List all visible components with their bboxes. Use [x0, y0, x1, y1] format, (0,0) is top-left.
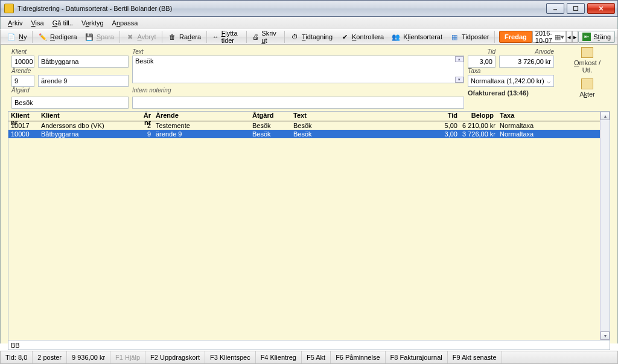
people-icon: 👥	[391, 32, 401, 42]
f9-akt-senaste[interactable]: F9 Akt senaste	[448, 351, 502, 363]
disk-icon: 💾	[84, 32, 94, 42]
arvode-input[interactable]: 3 726,00 kr	[499, 56, 554, 68]
label-arvode: Arvode	[499, 48, 554, 56]
taxa-select[interactable]: Normaltaxa (1,242.00 kr)⌵	[468, 75, 554, 87]
col-ar-nr[interactable]: Är nr	[134, 112, 153, 121]
col-tid[interactable]: Tid	[431, 112, 460, 121]
tid-input[interactable]: 3,00	[468, 56, 495, 68]
expense-icon	[581, 47, 593, 58]
atgard-input[interactable]: Besök	[11, 97, 129, 109]
label-klient: Klient	[11, 48, 129, 56]
client-sort-button[interactable]: 👥Klientsorterat	[387, 30, 446, 43]
check-button[interactable]: ✔Kontrollera	[336, 30, 387, 43]
col-arende[interactable]: Ärende	[153, 112, 250, 121]
minimize-button[interactable]	[546, 3, 564, 14]
exit-icon: ⇤	[582, 33, 591, 41]
close-button[interactable]	[587, 3, 615, 14]
arende-name-input[interactable]: ärende 9	[38, 75, 129, 87]
arende-nr-input[interactable]: 9	[11, 75, 34, 87]
toolbar: 📄Ny ✏️Redigera 💾Spara ✖Avbryt 🗑Radera ↔F…	[0, 29, 618, 45]
col-text[interactable]: Text	[291, 112, 431, 121]
pencil-icon: ✏️	[38, 32, 48, 42]
f3-klientspec[interactable]: F3 Klientspec	[205, 351, 256, 363]
stopwatch-icon: ⏱	[290, 32, 299, 42]
time-entries-grid[interactable]: Klient nr Klient Är nr Ärende Åtgärd Tex…	[8, 111, 610, 340]
klient-name-input[interactable]: Båtbyggarna	[38, 56, 129, 68]
intern-input[interactable]	[132, 97, 464, 109]
f1-help[interactable]: F1 Hjälp	[110, 351, 145, 363]
printer-icon: 🖨	[252, 32, 259, 42]
label-tid: Tid	[468, 48, 495, 56]
new-button[interactable]: 📄Ny	[3, 30, 30, 43]
cancel-button[interactable]: ✖Avbryt	[122, 30, 160, 43]
menu-arkiv[interactable]: Arkiv	[4, 18, 26, 28]
trash-icon: 🗑	[167, 32, 177, 42]
scroll-up-icon[interactable]: ▴	[600, 112, 610, 120]
status-tid: Tid: 8,0	[1, 351, 33, 363]
grid-header: Klient nr Klient Är nr Ärende Åtgärd Tex…	[8, 112, 610, 121]
text-down-icon[interactable]: ▾	[455, 77, 464, 83]
chevron-down-icon: ⌵	[547, 77, 551, 85]
date-next-button[interactable]: ▸	[572, 31, 578, 43]
label-atgard: Åtgärd	[11, 87, 129, 97]
menu-ga-till[interactable]: Gå till..	[49, 18, 77, 28]
f4-klientreg[interactable]: F4 Klientreg	[256, 351, 302, 363]
label-arende: Ärende	[11, 68, 129, 75]
col-belopp[interactable]: Belopp	[460, 112, 496, 121]
timer-button[interactable]: ⏱Tidtagning	[286, 30, 336, 43]
label-text: Text	[132, 48, 464, 56]
table-row[interactable]: ▸10000Båtbyggarna9ärende 9BesökBesök3,00…	[8, 130, 610, 138]
f8-fakturajournal[interactable]: F8 Fakturajournal	[386, 351, 448, 363]
f6-paminnelse[interactable]: F6 Påminnelse	[331, 351, 385, 363]
klient-nr-input[interactable]: 10000	[11, 56, 34, 68]
label-taxa: Taxa	[468, 68, 554, 75]
status-poster: 2 poster	[33, 351, 67, 363]
entry-form: Klient Text Tid Arvode 10000 Båtbyggarna…	[0, 45, 618, 111]
document-icon: 📄	[7, 32, 16, 42]
table-row[interactable]: 10017Anderssons dbo (VK)2TestementeBesök…	[8, 121, 610, 130]
col-atgard[interactable]: Åtgärd	[250, 112, 291, 121]
title-bar: Tidregistrering - Datumsorterat - Bertil…	[0, 0, 618, 17]
time-posts-button[interactable]: ▦Tidposter	[446, 30, 492, 43]
col-klient[interactable]: Klient	[39, 112, 134, 121]
close-panel-button[interactable]: ⇤Stäng	[578, 31, 615, 43]
col-taxa[interactable]: Taxa	[496, 112, 544, 121]
f2-uppdragskort[interactable]: F2 Uppdragskort	[145, 351, 205, 363]
calendar-dropdown-icon[interactable]: ▦▾	[555, 33, 563, 41]
form-side-buttons: Omkost / Utl. Akter	[569, 47, 606, 98]
day-badge: Fredag	[499, 31, 532, 43]
print-button[interactable]: 🖨Skriv ut	[248, 30, 282, 43]
window-title: Tidregistrering - Datumsorterat - Bertil…	[18, 5, 172, 12]
move-icon: ↔	[212, 32, 219, 42]
status-bar: Tid: 8,0 2 poster 9 936,00 kr F1 Hjälp F…	[0, 351, 618, 364]
maximize-button[interactable]	[567, 3, 585, 14]
col-klient-nr[interactable]: Klient nr	[8, 112, 39, 121]
app-icon	[4, 4, 14, 13]
edit-button[interactable]: ✏️Redigera	[34, 30, 81, 43]
delete-button[interactable]: 🗑Radera	[164, 30, 205, 43]
status-summa: 9 936,00 kr	[67, 351, 110, 363]
date-picker[interactable]: 2016-10-07▦▾	[532, 31, 566, 43]
scroll-down-icon[interactable]: ▾	[600, 331, 610, 340]
move-times-button[interactable]: ↔Flytta tider	[209, 30, 244, 43]
f5-akt[interactable]: F5 Akt	[302, 351, 331, 363]
label-intern: Intern notering	[132, 87, 464, 97]
text-up-icon[interactable]: ▴	[455, 56, 464, 62]
check-icon: ✔	[340, 32, 349, 42]
calendar-icon: ▦	[450, 32, 459, 42]
text-input[interactable]: Besök ▴ ▾	[132, 56, 464, 83]
folder-icon	[581, 78, 593, 89]
save-button[interactable]: 💾Spara	[81, 30, 118, 43]
menu-bar: Arkiv Visa Gå till.. Verktyg Anpassa	[0, 17, 618, 29]
omkost-button[interactable]: Omkost / Utl.	[569, 47, 606, 74]
date-prev-button[interactable]: ◂	[566, 31, 572, 43]
menu-verktyg[interactable]: Verktyg	[78, 18, 107, 28]
grid-container: Klient nr Klient Är nr Ärende Åtgärd Tex…	[0, 111, 618, 343]
akter-button[interactable]: Akter	[569, 78, 606, 98]
grid-footer-input[interactable]: BB	[8, 340, 610, 350]
menu-visa[interactable]: Visa	[27, 18, 47, 28]
svg-rect-1	[574, 7, 578, 11]
grid-scrollbar[interactable]: ▴ ▾	[600, 112, 610, 340]
x-icon: ✖	[126, 32, 135, 42]
menu-anpassa[interactable]: Anpassa	[109, 18, 142, 28]
